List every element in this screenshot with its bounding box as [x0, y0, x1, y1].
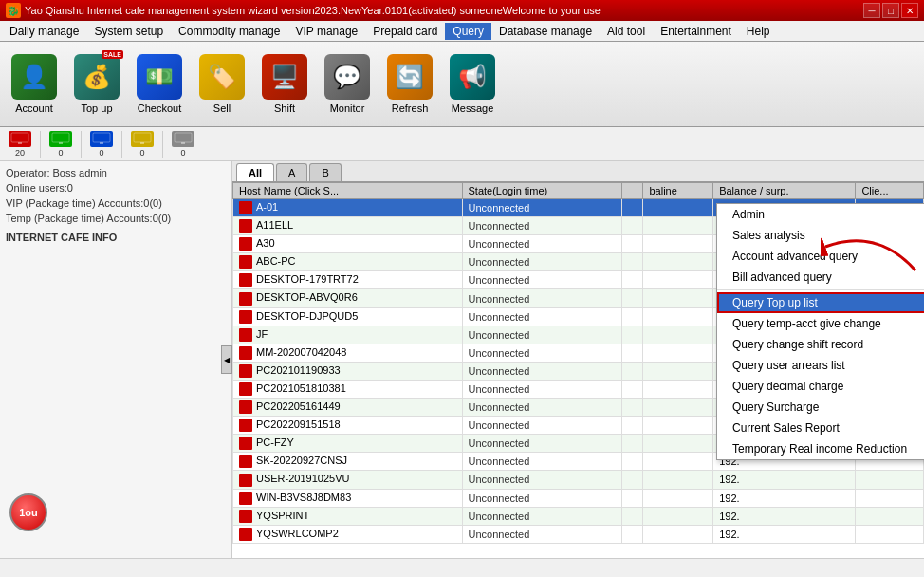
- svg-rect-2: [52, 133, 69, 142]
- dropdown-item-10[interactable]: Current Sales Report: [717, 418, 924, 438]
- svg-rect-8: [175, 133, 192, 142]
- col-hostname[interactable]: Host Name (Click S...: [233, 183, 463, 199]
- menu-item-commodity-manage[interactable]: Commodity manage: [171, 23, 287, 40]
- dropdown-item-7[interactable]: Query user arrears list: [717, 355, 924, 376]
- sell-icon: 🏷️: [199, 54, 245, 100]
- col-client[interactable]: Clie...: [856, 183, 924, 199]
- dropdown-item-6[interactable]: Query change shift record: [717, 334, 924, 355]
- toolbar-btn-monitor[interactable]: 💬Monitor: [319, 50, 376, 118]
- refresh-icon: 🔄: [387, 54, 433, 100]
- svg-rect-1: [18, 142, 22, 144]
- toolbar-btn-checkout[interactable]: 💵Checkout: [131, 50, 188, 118]
- cell-hostname: PC-FZY: [233, 435, 463, 453]
- cell-client: [856, 471, 924, 489]
- menu-item-daily-manage[interactable]: Daily manage: [2, 23, 86, 40]
- tab-all[interactable]: All: [236, 163, 274, 181]
- toolbar-btn-sell[interactable]: 🏷️Sell: [194, 50, 250, 118]
- table-row[interactable]: WIN-B3VS8J8DM83 Unconnected 192.: [233, 489, 924, 507]
- table-row[interactable]: USER-20191025VU Unconnected 192.: [233, 471, 924, 489]
- cell-hostname: YQSPRINT: [233, 507, 463, 525]
- monitor-screen-green: [49, 131, 72, 147]
- tab-b[interactable]: B: [309, 163, 341, 181]
- cell-baline: [643, 253, 713, 271]
- svg-rect-4: [93, 133, 110, 142]
- menu-item-aid-tool[interactable]: Aid tool: [600, 23, 653, 40]
- checkout-icon: 💵: [137, 54, 182, 100]
- maximize-button[interactable]: □: [882, 3, 899, 18]
- dropdown-item-2[interactable]: Account advanced query: [717, 246, 924, 267]
- cell-hostname: A-01: [233, 199, 463, 217]
- col-baline[interactable]: baline: [643, 183, 713, 199]
- account-icon: 👤: [11, 54, 57, 100]
- cell-empty: [621, 362, 643, 380]
- monitor-count-yellow: 0: [139, 148, 144, 158]
- cell-state: Unconnected: [462, 235, 621, 253]
- menu-item-entertainment[interactable]: Entertainment: [653, 23, 739, 40]
- toolbar-btn-message[interactable]: 📢Message: [444, 50, 501, 118]
- dropdown-item-4[interactable]: Query Top up list: [717, 292, 924, 313]
- monitor-label: Monitor: [330, 102, 365, 114]
- menu-item-help[interactable]: Help: [739, 23, 778, 40]
- col-balance[interactable]: Balance / surp.: [713, 183, 856, 199]
- toolbar-btn-refresh[interactable]: 🔄Refresh: [381, 50, 438, 118]
- collapse-sidebar-button[interactable]: ◀: [221, 345, 232, 374]
- mini-monitor-green: 0: [46, 131, 75, 158]
- cell-client: [856, 525, 924, 543]
- table-row[interactable]: YQSWRLCOMP2 Unconnected 192.: [233, 525, 924, 543]
- cell-hostname: JF: [233, 326, 463, 344]
- cell-baline: [643, 199, 713, 217]
- close-button[interactable]: ✕: [901, 3, 918, 18]
- minimize-button[interactable]: ─: [863, 3, 880, 18]
- dropdown-item-3[interactable]: Bill advanced query: [717, 267, 924, 288]
- cell-hostname: YQSWRLCOMP2: [233, 525, 463, 543]
- menu-item-query[interactable]: Query: [445, 23, 491, 40]
- cell-hostname: MM-202007042048: [233, 344, 463, 362]
- dropdown-item-9[interactable]: Query Surcharge: [717, 397, 924, 418]
- cell-empty: [621, 507, 643, 525]
- cell-baline: [643, 489, 713, 507]
- cell-hostname: SK-20220927CNSJ: [233, 453, 463, 471]
- cell-empty: [621, 344, 643, 362]
- window-title: Yao Qianshu Internet cafe management sys…: [25, 5, 601, 16]
- vip-info: VIP (Package time) Accounts:0(0): [6, 197, 226, 209]
- cell-balance: 192.: [713, 471, 856, 489]
- shift-label: Shift: [274, 102, 295, 114]
- menu-item-database-manage[interactable]: Database manage: [491, 23, 600, 40]
- mini-monitor-blue: 0: [87, 131, 116, 158]
- table-row[interactable]: YQSPRINT Unconnected 192.: [233, 507, 924, 525]
- cell-state: Unconnected: [462, 435, 621, 453]
- cell-state: Unconnected: [462, 271, 621, 289]
- cell-hostname: ABC-PC: [233, 253, 463, 271]
- tab-a[interactable]: A: [276, 163, 307, 181]
- status-divider: [121, 131, 122, 158]
- operator-info: Operator: Boss admin: [6, 167, 226, 178]
- cell-state: Unconnected: [462, 289, 621, 307]
- toolbar-btn-shift[interactable]: 🖥️Shift: [256, 50, 313, 118]
- cell-client: [856, 507, 924, 525]
- dropdown-item-5[interactable]: Query temp-acct give change: [717, 313, 924, 334]
- dropdown-item-8[interactable]: Query decimal charge: [717, 376, 924, 397]
- mini-monitor-question: 0: [169, 131, 197, 158]
- avatar: 1ou: [9, 493, 47, 531]
- dropdown-item-1[interactable]: Sales analysis: [717, 225, 924, 246]
- cell-baline: [643, 525, 713, 543]
- cell-hostname: USER-20191025VU: [233, 471, 463, 489]
- monitor-icon: 💬: [324, 54, 370, 100]
- toolbar-btn-account[interactable]: 👤Account: [6, 50, 63, 118]
- col-state[interactable]: State(Login time): [462, 183, 621, 199]
- cell-state: Unconnected: [462, 507, 621, 525]
- query-dropdown-menu: AdminSales analysisAccount advanced quer…: [716, 203, 924, 460]
- cell-hostname: PC202205161449: [233, 399, 463, 417]
- app-icon: 🐉: [6, 3, 21, 18]
- menu-item-system-setup[interactable]: System setup: [86, 23, 171, 40]
- cell-state: Unconnected: [462, 217, 621, 235]
- cell-state: Unconnected: [462, 471, 621, 489]
- refresh-label: Refresh: [392, 102, 429, 114]
- dropdown-item-11[interactable]: Temporary Real income Reduction: [717, 438, 924, 459]
- svg-rect-3: [59, 142, 63, 144]
- menu-item-vip-manage[interactable]: VIP manage: [287, 23, 365, 40]
- menu-item-prepaid-card[interactable]: Prepaid card: [365, 23, 445, 40]
- toolbar-btn-top-up[interactable]: 💰SALETop up: [68, 50, 125, 118]
- main-area: AllAB Host Name (Click S... State(Login …: [232, 161, 924, 558]
- dropdown-item-0[interactable]: Admin: [717, 204, 924, 225]
